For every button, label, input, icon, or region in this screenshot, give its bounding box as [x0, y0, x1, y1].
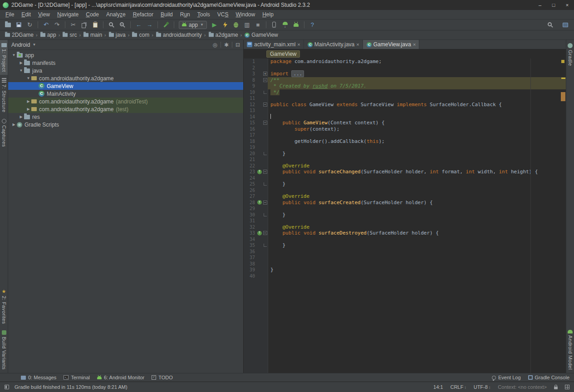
code-line-17[interactable]: 17 — [244, 132, 566, 138]
tree-item-com-androidauthority-a2dgame-androidtest[interactable]: ▶com.androidauthority.a2dgame(androidTes… — [8, 98, 243, 105]
code-line-14[interactable]: 14 — [244, 114, 566, 120]
code-line-33[interactable]: 33↑− public void surfaceDestroyed(Surfac… — [244, 230, 566, 236]
code-line-19[interactable]: 19 — [244, 144, 566, 151]
settings-icon[interactable]: ✱ — [224, 42, 229, 48]
tree-item-manifests[interactable]: ▶manifests — [8, 59, 243, 67]
undo-icon[interactable]: ↶ — [41, 20, 51, 29]
code-line-12[interactable]: 12−public class GameView extends Surface… — [244, 102, 566, 108]
code-line-2[interactable]: 2 — [244, 65, 566, 71]
tool-button-6-android-monitor[interactable]: 6: Android Monitor — [97, 375, 144, 380]
code-line-3[interactable]: 3+import ... — [244, 71, 566, 77]
breadcrumb-item-com[interactable]: com — [131, 32, 150, 38]
avd-manager-icon[interactable] — [269, 20, 280, 29]
tree-item-gradle-scripts[interactable]: ▶Gradle Scripts — [8, 121, 243, 128]
fold-collapse-icon[interactable]: − — [263, 103, 267, 107]
code-line-40[interactable]: 40 — [244, 273, 566, 279]
menu-item-navigate[interactable]: Navigate — [54, 10, 82, 19]
help-icon[interactable]: ? — [307, 20, 318, 29]
menu-item-build[interactable]: Build — [157, 10, 177, 19]
lock-icon[interactable] — [554, 387, 558, 389]
tree-expanded-arrow-icon[interactable]: ▼ — [25, 76, 31, 80]
tree-collapsed-arrow-icon[interactable]: ▶ — [18, 61, 24, 65]
menu-item-tools[interactable]: Tools — [194, 10, 214, 19]
tree-item-res[interactable]: ▶res — [8, 113, 243, 121]
device-monitor-icon[interactable] — [291, 20, 301, 29]
find-icon[interactable] — [106, 20, 117, 29]
tool-button-todo[interactable]: TODO — [152, 375, 173, 380]
code-editor[interactable]: 1package com.androidauthority.a2dgame;23… — [244, 59, 566, 373]
close-tab-icon[interactable]: × — [297, 42, 300, 47]
implements-marker-icon[interactable]: ↑ — [257, 231, 262, 235]
code-line-16[interactable]: 16 super(context); — [244, 126, 566, 132]
tree-collapsed-arrow-icon[interactable]: ▶ — [18, 115, 24, 119]
open-icon[interactable] — [3, 20, 13, 29]
code-line-32[interactable]: 32 @Override — [244, 224, 566, 230]
tool-button-2-favorites[interactable]: ★2: Favorites — [0, 286, 8, 327]
stop-button[interactable]: ■ — [253, 20, 263, 29]
code-line-23[interactable]: 23↑− public void surfaceChanged(SurfaceH… — [244, 169, 566, 175]
code-line-28[interactable]: 28↑− public void surfaceCreated(SurfaceH… — [244, 200, 566, 206]
fold-end-icon[interactable] — [264, 182, 267, 186]
fold-end-icon[interactable] — [264, 244, 267, 247]
run-button[interactable]: ▶ — [209, 20, 220, 29]
menu-item-code[interactable]: Code — [82, 10, 103, 19]
highlighting-level-icon[interactable] — [565, 385, 569, 389]
code-line-37[interactable]: 37 — [244, 255, 566, 261]
menu-item-view[interactable]: View — [34, 10, 54, 19]
breadcrumb-item-gameview[interactable]: CGameView — [243, 32, 279, 38]
tree-item-gameview[interactable]: CGameView — [8, 82, 243, 90]
redo-icon[interactable]: ↷ — [52, 20, 62, 29]
code-line-35[interactable]: 35 } — [244, 242, 566, 249]
toolwindow-toggle-icon[interactable] — [5, 385, 9, 389]
copy-icon[interactable] — [79, 20, 89, 29]
maximize-button[interactable]: □ — [547, 0, 560, 10]
run-configuration-select[interactable]: app▼ — [179, 21, 207, 29]
debug-button[interactable] — [231, 20, 241, 29]
code-line-27[interactable]: 27 @Override — [244, 193, 566, 200]
highlight-stripe-mark[interactable] — [561, 92, 565, 101]
tool-button-event-log[interactable]: Event Log — [492, 375, 521, 380]
tool-button-terminal[interactable]: Terminal — [64, 375, 90, 380]
editor-tab-gameview-java[interactable]: CGameView.java× — [363, 40, 420, 49]
save-all-icon[interactable] — [14, 20, 24, 29]
implements-marker-icon[interactable]: ↑ — [257, 200, 262, 205]
tree-expanded-arrow-icon[interactable]: ▼ — [11, 53, 17, 57]
fold-collapse-icon[interactable]: − — [263, 231, 267, 235]
tool-button-0-messages[interactable]: 0: Messages — [21, 375, 56, 380]
tree-item-com-androidauthority-a2dgame[interactable]: ▼com.androidauthority.a2dgame — [8, 74, 243, 82]
code-line-18[interactable]: 18 getHolder().addCallback(this); — [244, 138, 566, 145]
show-panels-button[interactable] — [560, 20, 570, 29]
tool-button-android-model[interactable]: Android Model — [566, 327, 574, 373]
code-line-13[interactable]: 13 — [244, 108, 566, 114]
tool-button-build-variants[interactable]: Build Variants — [0, 327, 8, 373]
encoding-selector[interactable]: UTF-8 — [474, 384, 491, 390]
fold-end-icon[interactable] — [264, 91, 267, 94]
fold-collapse-icon[interactable]: − — [263, 170, 267, 174]
breadcrumb-item-2dgame[interactable]: 2DGame — [4, 32, 34, 38]
code-line-22[interactable]: 22 @Override — [244, 163, 566, 169]
code-line-11[interactable]: 11 — [244, 95, 566, 102]
cut-icon[interactable]: ✂ — [68, 20, 78, 29]
fold-expand-icon[interactable]: + — [263, 72, 267, 76]
implements-marker-icon[interactable]: ↑ — [257, 170, 262, 174]
search-everywhere-button[interactable] — [545, 20, 555, 29]
menu-item-window[interactable]: Window — [232, 10, 259, 19]
code-line-20[interactable]: 20 } — [244, 151, 566, 157]
instant-run-icon[interactable] — [220, 20, 231, 29]
tree-item-app[interactable]: ▼app — [8, 51, 243, 59]
forward-icon[interactable]: → — [144, 20, 155, 29]
line-separator-selector[interactable]: CRLF — [450, 384, 466, 390]
tree-collapsed-arrow-icon[interactable]: ▶ — [25, 107, 31, 111]
fold-collapse-icon[interactable]: − — [263, 201, 267, 205]
breadcrumb-item-java[interactable]: java — [108, 32, 127, 38]
close-tab-icon[interactable]: × — [413, 42, 416, 47]
tool-button-captures[interactable]: Captures — [0, 116, 8, 150]
tool-button-gradle[interactable]: Gradle — [566, 40, 574, 69]
tree-expanded-arrow-icon[interactable]: ▼ — [18, 69, 24, 73]
code-line-9[interactable]: 9 * Created by rushd on 7/5/2017. — [244, 83, 566, 89]
code-line-10[interactable]: 10 */ — [244, 89, 566, 96]
tree-item-mainactivity[interactable]: CMainActivity — [8, 90, 243, 98]
minimize-button[interactable]: – — [533, 0, 547, 10]
tool-button-7-structure[interactable]: 7: Structure — [0, 75, 8, 116]
paste-icon[interactable] — [90, 20, 100, 29]
